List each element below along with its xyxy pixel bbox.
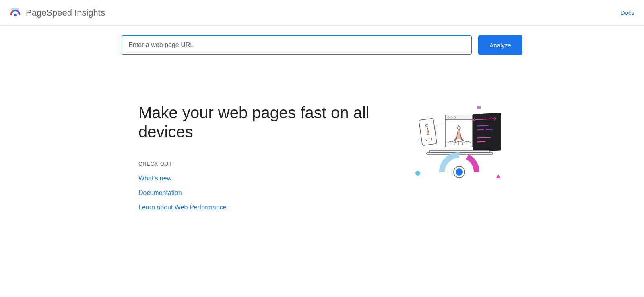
hero-illustration bbox=[409, 103, 506, 183]
resource-links: What's new Documentation Learn about Web… bbox=[138, 175, 409, 211]
svg-point-28 bbox=[415, 171, 420, 176]
app-header: PageSpeed Insights Docs bbox=[0, 0, 644, 26]
link-documentation[interactable]: Documentation bbox=[138, 189, 182, 196]
docs-link[interactable]: Docs bbox=[621, 9, 634, 16]
svg-point-27 bbox=[456, 168, 463, 176]
main-content: Make your web pages fast on all devices … bbox=[129, 103, 515, 218]
svg-rect-2 bbox=[477, 106, 481, 109]
svg-point-13 bbox=[457, 126, 460, 129]
svg-rect-24 bbox=[430, 150, 489, 153]
url-input[interactable] bbox=[122, 35, 472, 55]
search-bar: Analyze bbox=[121, 26, 523, 55]
link-whats-new[interactable]: What's new bbox=[138, 175, 171, 182]
app-title: PageSpeed Insights bbox=[26, 8, 105, 18]
svg-line-21 bbox=[486, 129, 493, 129]
svg-line-23 bbox=[477, 141, 485, 142]
analyze-button[interactable]: Analyze bbox=[478, 35, 522, 55]
svg-point-4 bbox=[425, 124, 428, 127]
svg-line-20 bbox=[477, 130, 484, 130]
svg-rect-17 bbox=[473, 113, 501, 152]
link-web-performance[interactable]: Learn about Web Performance bbox=[138, 204, 227, 211]
content-left: Make your web pages fast on all devices … bbox=[138, 103, 409, 218]
page-headline: Make your web pages fast on all devices bbox=[138, 103, 409, 141]
pagespeed-logo-icon bbox=[10, 7, 21, 18]
svg-point-1 bbox=[14, 14, 17, 16]
checkout-label: CHECK OUT bbox=[138, 161, 409, 167]
header-left: PageSpeed Insights bbox=[10, 7, 105, 18]
